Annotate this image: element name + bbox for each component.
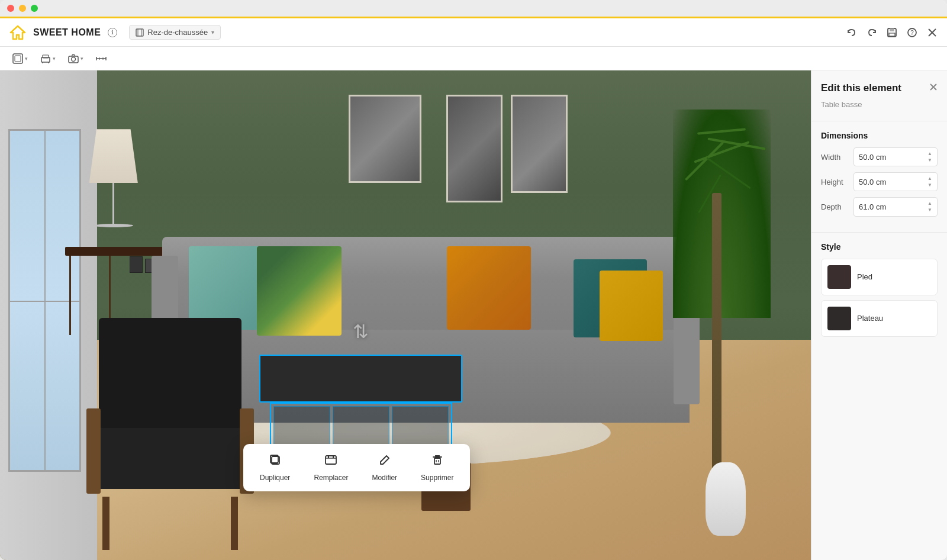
measure-tool[interactable] <box>91 50 112 67</box>
depth-down-arrow[interactable]: ▼ <box>927 207 932 213</box>
close-icon <box>927 27 938 38</box>
delete-action[interactable]: Supprimer <box>416 451 458 484</box>
view-2d-arrow: ▾ <box>25 56 28 62</box>
width-up-arrow[interactable]: ▲ <box>927 151 932 157</box>
duplicate-action[interactable]: Dupliquer <box>255 451 295 484</box>
pied-swatch <box>827 265 851 289</box>
duplicate-label: Dupliquer <box>260 474 290 482</box>
duplicate-icon <box>269 453 282 470</box>
divider-1 <box>811 121 947 121</box>
pied-label: Pied <box>857 272 872 281</box>
white-vase <box>706 462 746 536</box>
height-stepper[interactable]: ▲ ▼ <box>927 176 932 188</box>
svg-rect-28 <box>328 456 329 458</box>
view-2d-icon <box>12 53 24 65</box>
depth-up-arrow[interactable]: ▲ <box>927 201 932 207</box>
picture-frame-1 <box>349 95 421 183</box>
svg-rect-12 <box>15 56 21 62</box>
view-2d-tool[interactable]: ▾ <box>7 50 33 67</box>
maximize-traffic-light[interactable] <box>31 5 38 12</box>
close-button[interactable] <box>927 27 938 38</box>
action-menu: Dupliquer Remplacer <box>243 444 470 491</box>
height-down-arrow[interactable]: ▼ <box>927 182 932 188</box>
width-down-arrow[interactable]: ▼ <box>927 157 932 163</box>
cushion-orange <box>447 246 531 330</box>
svg-rect-1 <box>136 29 143 36</box>
svg-rect-29 <box>333 456 334 458</box>
plateau-label: Plateau <box>857 314 883 323</box>
furniture-tool[interactable]: ▾ <box>35 50 60 67</box>
help-button[interactable]: ? <box>907 27 917 38</box>
close-panel-icon <box>929 83 938 91</box>
camera-icon <box>67 53 79 65</box>
svg-point-18 <box>72 57 76 61</box>
toolbar: ▾ ▾ ▾ <box>0 47 947 70</box>
close-panel-button[interactable] <box>929 82 938 93</box>
width-value: 50.0 cm <box>859 153 886 162</box>
header-actions: ? <box>846 27 938 38</box>
armchair[interactable] <box>81 305 259 551</box>
camera-tool[interactable]: ▾ <box>63 50 88 67</box>
style-section: Style Pied Plateau <box>811 235 947 349</box>
panel-title: Edit this element <box>821 82 901 94</box>
replace-action[interactable]: Remplacer <box>309 451 353 484</box>
width-input[interactable]: 50.0 cm ▲ ▼ <box>853 147 938 166</box>
dimensions-title: Dimensions <box>821 131 938 140</box>
undo-button[interactable] <box>846 27 857 38</box>
svg-rect-11 <box>13 54 22 63</box>
height-input[interactable]: 50.0 cm ▲ ▼ <box>853 172 938 191</box>
floor-label: Rez-de-chaussée <box>147 28 208 37</box>
furniture-icon <box>40 53 51 65</box>
furniture-arrow: ▾ <box>53 56 56 62</box>
undo-icon <box>846 27 857 38</box>
modify-action[interactable]: Modifier <box>367 451 402 484</box>
svg-rect-30 <box>434 458 440 464</box>
save-button[interactable] <box>887 27 897 38</box>
dimensions-section: Dimensions Width 50.0 cm ▲ ▼ Height 50.0 <box>811 124 947 230</box>
floor-icon <box>136 28 144 37</box>
svg-marker-0 <box>11 26 25 39</box>
width-label: Width <box>821 153 853 162</box>
picture-frame-3 <box>511 95 568 192</box>
main-window: SWEET HOME ℹ Rez-de-chaussée ▾ <box>0 0 947 560</box>
plateau-swatch <box>827 307 851 330</box>
depth-input[interactable]: 61.0 cm ▲ ▼ <box>853 197 938 216</box>
close-traffic-light[interactable] <box>7 5 14 12</box>
redo-button[interactable] <box>867 27 877 38</box>
height-up-arrow[interactable]: ▲ <box>927 176 932 182</box>
style-plateau-card[interactable]: Plateau <box>821 300 938 337</box>
move-arrow-icon: ⇅ <box>353 320 369 343</box>
depth-row: Depth 61.0 cm ▲ ▼ <box>821 197 938 216</box>
height-value: 50.0 cm <box>859 178 886 186</box>
width-stepper[interactable]: ▲ ▼ <box>927 151 932 163</box>
floor-selector[interactable]: Rez-de-chaussée ▾ <box>129 25 221 40</box>
svg-rect-26 <box>326 456 336 464</box>
app-logo-icon <box>9 24 26 41</box>
info-icon[interactable]: ℹ <box>108 28 117 37</box>
right-panel: Edit this element Table basse Dimensions… <box>811 70 947 560</box>
replace-icon <box>324 453 337 470</box>
depth-label: Depth <box>821 202 853 211</box>
coffee-table-top <box>259 355 462 403</box>
replace-label: Remplacer <box>314 474 348 482</box>
save-icon <box>887 27 897 38</box>
depth-stepper[interactable]: ▲ ▼ <box>927 201 932 213</box>
delete-label: Supprimer <box>421 474 453 482</box>
help-icon: ? <box>907 27 917 38</box>
table-lamp <box>89 129 138 227</box>
divider-2 <box>811 232 947 233</box>
style-title: Style <box>821 242 938 252</box>
modify-label: Modifier <box>372 474 397 482</box>
delete-icon <box>431 453 444 470</box>
viewport-3d[interactable]: ⇅ <box>0 70 811 560</box>
minimize-traffic-light[interactable] <box>19 5 26 12</box>
room-scene: ⇅ <box>0 70 811 560</box>
camera-arrow: ▾ <box>80 56 83 62</box>
style-pied-card[interactable]: Pied <box>821 259 938 295</box>
app-title: SWEET HOME <box>33 27 101 38</box>
width-row: Width 50.0 cm ▲ ▼ <box>821 147 938 166</box>
floor-chevron-icon: ▾ <box>211 29 214 36</box>
cushion-tropical <box>257 246 341 336</box>
modify-icon <box>378 453 391 470</box>
picture-frame-2 <box>446 95 503 202</box>
